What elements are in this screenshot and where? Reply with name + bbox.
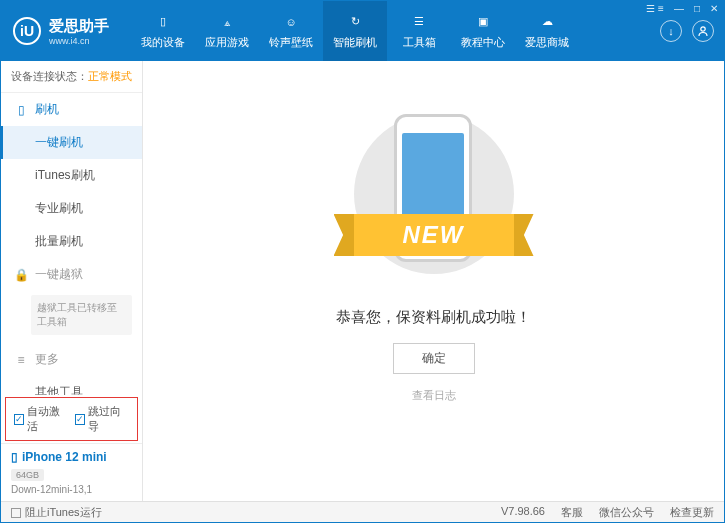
device-name: ▯iPhone 12 mini <box>11 450 132 464</box>
svg-point-0 <box>701 27 705 31</box>
minimize-icon[interactable]: — <box>672 3 686 14</box>
skip-guide-checkbox[interactable]: ✓跳过向导 <box>75 404 130 434</box>
user-button[interactable] <box>692 20 714 42</box>
phone-icon: ▯ <box>15 103 27 117</box>
download-button[interactable]: ↓ <box>660 20 682 42</box>
tab-0[interactable]: ▯我的设备 <box>131 1 195 61</box>
menu-item-flash-2[interactable]: 专业刷机 <box>1 192 142 225</box>
new-ribbon: NEW <box>334 214 534 256</box>
section-more[interactable]: ≡更多 <box>1 343 142 376</box>
sidebar: 设备连接状态：正常模式 ▯刷机 一键刷机iTunes刷机专业刷机批量刷机 🔒一键… <box>1 61 143 501</box>
status-value: 正常模式 <box>88 70 132 82</box>
menu-item-flash-1[interactable]: iTunes刷机 <box>1 159 142 192</box>
main-content: NEW 恭喜您，保资料刷机成功啦！ 确定 查看日志 <box>143 61 724 501</box>
user-icon <box>697 25 709 37</box>
tab-icon: ▣ <box>473 13 493 31</box>
tab-3[interactable]: ↻智能刷机 <box>323 1 387 61</box>
app-logo: iU 爱思助手 www.i4.cn <box>1 17 131 46</box>
device-panel[interactable]: ▯iPhone 12 mini 64GB Down-12mini-13,1 <box>1 443 142 501</box>
menu-item-flash-3[interactable]: 批量刷机 <box>1 225 142 258</box>
jailbreak-note: 越狱工具已转移至工具箱 <box>31 295 132 335</box>
lock-icon: 🔒 <box>15 268 27 282</box>
connection-status: 设备连接状态：正常模式 <box>1 61 142 93</box>
view-log-link[interactable]: 查看日志 <box>412 388 456 403</box>
menu-item-more-0[interactable]: 其他工具 <box>1 376 142 395</box>
tab-icon: ☺ <box>281 13 301 31</box>
logo-icon: iU <box>13 17 41 45</box>
section-jailbreak[interactable]: 🔒一键越狱 <box>1 258 142 291</box>
tab-1[interactable]: ⟁应用游戏 <box>195 1 259 61</box>
ok-button[interactable]: 确定 <box>393 343 475 374</box>
header-actions: ↓ <box>660 20 724 42</box>
sidebar-menu: ▯刷机 一键刷机iTunes刷机专业刷机批量刷机 🔒一键越狱 越狱工具已转移至工… <box>1 93 142 395</box>
success-illustration: NEW <box>344 106 524 286</box>
update-link[interactable]: 检查更新 <box>670 505 714 520</box>
tab-6[interactable]: ☁爱思商城 <box>515 1 579 61</box>
app-url: www.i4.cn <box>49 36 109 46</box>
menu-item-flash-0[interactable]: 一键刷机 <box>1 126 142 159</box>
wechat-link[interactable]: 微信公众号 <box>599 505 654 520</box>
maximize-icon[interactable]: □ <box>692 3 702 14</box>
support-link[interactable]: 客服 <box>561 505 583 520</box>
flash-options: ✓自动激活 ✓跳过向导 <box>5 397 138 441</box>
device-model: Down-12mini-13,1 <box>11 484 132 495</box>
success-message: 恭喜您，保资料刷机成功啦！ <box>336 308 531 327</box>
main-tabs: ▯我的设备⟁应用游戏☺铃声壁纸↻智能刷机☰工具箱▣教程中心☁爱思商城 <box>131 1 660 61</box>
tab-5[interactable]: ▣教程中心 <box>451 1 515 61</box>
tab-icon: ▯ <box>153 13 173 31</box>
tab-4[interactable]: ☰工具箱 <box>387 1 451 61</box>
app-header: ☰ ≡ — □ ✕ iU 爱思助手 www.i4.cn ▯我的设备⟁应用游戏☺铃… <box>1 1 724 61</box>
device-storage: 64GB <box>11 469 44 481</box>
tab-icon: ☰ <box>409 13 429 31</box>
close-icon[interactable]: ✕ <box>708 3 720 14</box>
tab-icon: ↻ <box>345 13 365 31</box>
app-title: 爱思助手 <box>49 17 109 36</box>
window-controls: ☰ ≡ — □ ✕ <box>644 3 720 14</box>
device-icon: ▯ <box>11 450 18 464</box>
status-bar: 阻止iTunes运行 V7.98.66 客服 微信公众号 检查更新 <box>1 501 724 523</box>
auto-activate-checkbox[interactable]: ✓自动激活 <box>14 404 69 434</box>
block-itunes-checkbox[interactable]: 阻止iTunes运行 <box>11 505 102 520</box>
tab-icon: ⟁ <box>217 13 237 31</box>
more-icon: ≡ <box>15 353 27 367</box>
tab-icon: ☁ <box>537 13 557 31</box>
version-label: V7.98.66 <box>501 505 545 520</box>
tab-2[interactable]: ☺铃声壁纸 <box>259 1 323 61</box>
menu-icon[interactable]: ☰ ≡ <box>644 3 666 14</box>
section-flash[interactable]: ▯刷机 <box>1 93 142 126</box>
